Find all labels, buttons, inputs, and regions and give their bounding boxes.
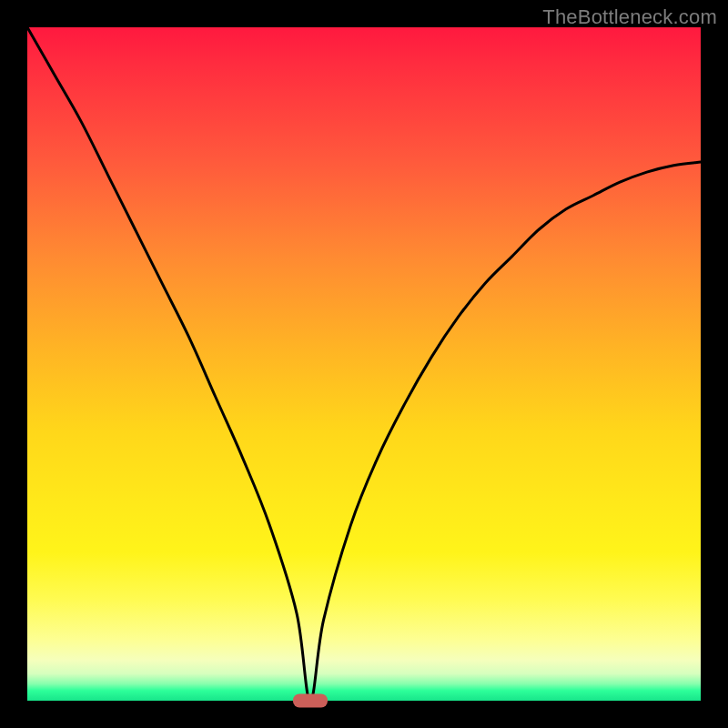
bottleneck-curve — [27, 27, 701, 701]
plot-area — [27, 27, 701, 701]
minimum-marker — [293, 694, 328, 708]
chart-frame: TheBottleneck.com — [0, 0, 728, 728]
watermark-text: TheBottleneck.com — [542, 5, 717, 29]
